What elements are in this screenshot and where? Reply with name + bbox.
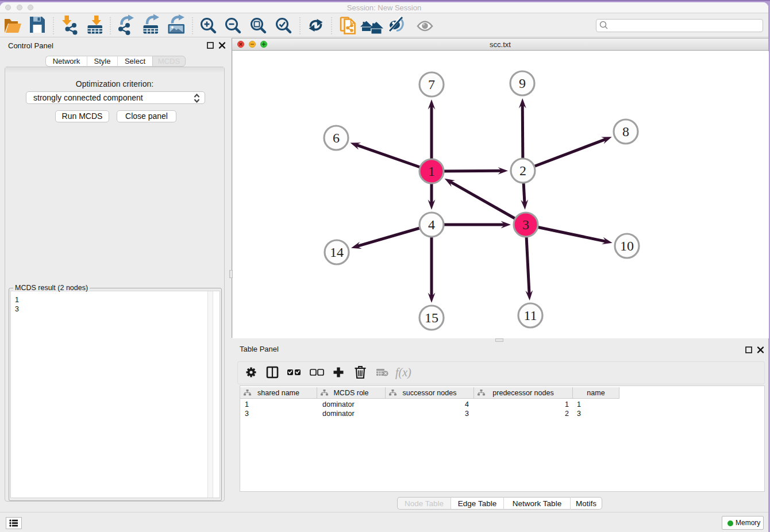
svg-text:2: 2 [519, 163, 526, 178]
svg-text:3: 3 [522, 217, 529, 232]
svg-text:10: 10 [620, 238, 634, 253]
svg-text:8: 8 [622, 124, 629, 139]
svg-text:f(x): f(x) [395, 366, 411, 379]
svg-text:1: 1 [428, 164, 435, 179]
svg-text:4: 4 [428, 217, 435, 232]
svg-text:14: 14 [330, 245, 344, 260]
svg-text:11: 11 [523, 308, 537, 323]
svg-text:7: 7 [428, 77, 435, 92]
svg-text:6: 6 [333, 130, 340, 145]
svg-text:15: 15 [425, 310, 438, 325]
svg-text:9: 9 [519, 76, 526, 91]
